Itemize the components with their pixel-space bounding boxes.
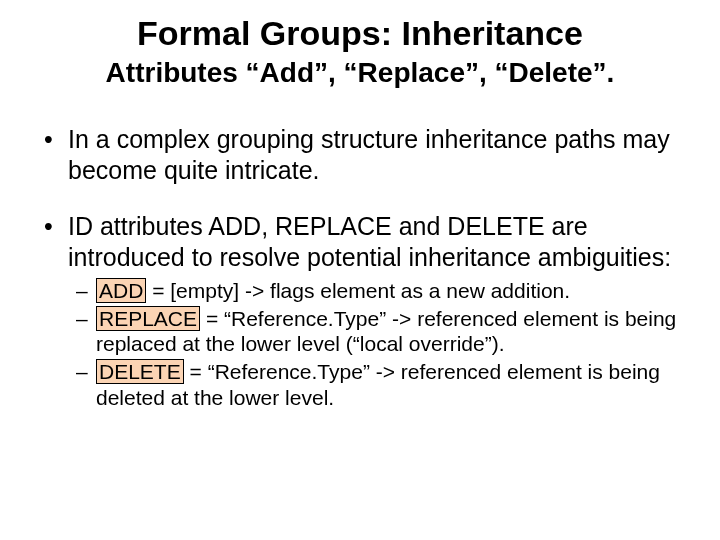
bullet-text: In a complex grouping structure inherita… <box>68 125 670 184</box>
bullet-text: ID attributes ADD, REPLACE and DELETE ar… <box>68 212 671 271</box>
slide: Formal Groups: Inheritance Attributes “A… <box>0 0 720 540</box>
sub-bullet-item: REPLACE = “Reference.Type” -> referenced… <box>74 306 682 357</box>
bullet-item: ID attributes ADD, REPLACE and DELETE ar… <box>38 211 682 410</box>
sub-bullet-item: ADD = [empty] -> flags element as a new … <box>74 278 682 304</box>
title-block: Formal Groups: Inheritance Attributes “A… <box>36 14 684 90</box>
keyword-add: ADD <box>96 278 146 303</box>
sub-bullet-item: DELETE = “Reference.Type” -> referenced … <box>74 359 682 410</box>
slide-subtitle: Attributes “Add”, “Replace”, “Delete”. <box>36 55 684 90</box>
keyword-replace: REPLACE <box>96 306 200 331</box>
sub-bullet-list: ADD = [empty] -> flags element as a new … <box>74 278 682 410</box>
keyword-delete: DELETE <box>96 359 184 384</box>
slide-title: Formal Groups: Inheritance <box>36 14 684 53</box>
bullet-list: In a complex grouping structure inherita… <box>38 124 682 410</box>
sub-bullet-text: = [empty] -> flags element as a new addi… <box>146 279 570 302</box>
bullet-item: In a complex grouping structure inherita… <box>38 124 682 185</box>
